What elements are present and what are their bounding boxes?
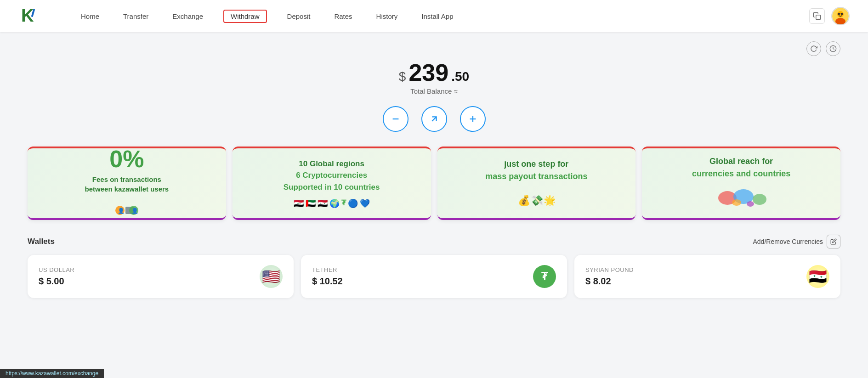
promo-fees-illustration: 👤 👤 [115, 201, 138, 220]
history-button[interactable] [826, 41, 840, 56]
wallet-tether-icon: ₮ [533, 265, 556, 288]
edit-currencies-button[interactable] [827, 235, 840, 248]
wallet-syp-flag: 🇸🇾 [806, 265, 829, 288]
wallet-syp-amount: $ 8.02 [585, 276, 634, 287]
tether-symbol: ₮ [541, 271, 548, 282]
svg-text:👤: 👤 [118, 207, 125, 214]
nav-withdraw[interactable]: Withdraw [223, 10, 267, 23]
svg-point-29 [747, 201, 754, 207]
flag-syria-emoji: 🇸🇾 [809, 268, 827, 285]
promo-card-global: 10 Global regions 6 Cryptocurrencies Sup… [233, 147, 431, 220]
nav-deposit[interactable]: Deposit [284, 11, 314, 22]
wallet-tether-name: TETHER [312, 266, 343, 273]
transfer-circle-btn[interactable] [421, 106, 447, 132]
promo-payout-text: just one step for mass payout transactio… [485, 158, 587, 183]
balance-whole: 239 [408, 61, 448, 85]
promo-fees-content: 0% Fees on transactionsbetween kazawalle… [85, 147, 169, 220]
add-remove-label[interactable]: Add/Remove Currencies [753, 238, 823, 245]
balance-cents: .50 [451, 69, 469, 84]
wallet-tether-amount: $ 10.52 [312, 276, 343, 287]
wallet-tether-info: TETHER $ 10.52 [312, 266, 343, 287]
promo-card-payout: just one step for mass payout transactio… [437, 147, 636, 220]
promo-fees-text: Fees on transactionsbetween kazawallet u… [85, 175, 169, 194]
wallet-usd-flag: 🇺🇸 [260, 265, 283, 288]
flag-us-emoji: 🇺🇸 [262, 268, 280, 285]
status-url: https://www.kazawallet.com/exchange [6, 370, 98, 377]
svg-text:💸: 💸 [531, 194, 544, 207]
deposit-circle-btn[interactable] [460, 106, 486, 132]
svg-point-28 [732, 199, 741, 206]
promo-card-reach: Global reach for currencies and countrie… [642, 147, 840, 220]
nav-install-app[interactable]: Install App [418, 11, 457, 22]
promo-card-fees: 0% Fees on transactionsbetween kazawalle… [28, 147, 226, 220]
currency-sign: $ [399, 69, 406, 84]
balance-section: $ 239 .50 Total Balance ≈ [28, 61, 840, 95]
promo-reach-text: Global reach for currencies and countrie… [692, 155, 790, 180]
promo-payout-illustration: 💰 💸 🌟 [518, 190, 555, 209]
logo[interactable]: K [18, 5, 40, 27]
action-buttons [28, 106, 840, 132]
nav-home[interactable]: Home [77, 11, 103, 22]
add-remove-currencies-group: Add/Remove Currencies [753, 235, 840, 248]
promo-reach-illustration [714, 186, 769, 211]
svg-rect-10 [841, 13, 843, 15]
wallet-card-usd[interactable]: US DOLLAR $ 5.00 🇺🇸 [28, 255, 294, 298]
withdraw-circle-btn[interactable] [383, 106, 408, 132]
balance-label: Total Balance ≈ [28, 87, 840, 95]
wallets-header: Wallets Add/Remove Currencies [28, 235, 840, 248]
nav-transfer[interactable]: Transfer [119, 11, 152, 22]
svg-text:👤: 👤 [131, 207, 138, 214]
balance-amount: $ 239 .50 [28, 61, 840, 85]
navbar: K Home Transfer Exchange Withdraw Deposi… [0, 0, 868, 32]
nav-links: Home Transfer Exchange Withdraw Deposit … [77, 10, 809, 23]
wallet-syp-info: SYRIAN POUND $ 8.02 [585, 266, 634, 287]
svg-text:💰: 💰 [518, 194, 531, 207]
wallet-usd-name: US DOLLAR [39, 266, 74, 273]
nav-history[interactable]: History [373, 11, 402, 22]
wallet-usd-info: US DOLLAR $ 5.00 [39, 266, 74, 287]
svg-point-27 [753, 194, 766, 205]
user-avatar[interactable] [831, 7, 850, 25]
top-actions [28, 41, 840, 56]
promo-reach-content: Global reach for currencies and countrie… [692, 155, 790, 211]
wallet-usd-amount: $ 5.00 [39, 276, 74, 287]
main-content: $ 239 .50 Total Balance ≈ [0, 32, 868, 312]
svg-rect-3 [816, 15, 821, 20]
promo-global-content: 10 Global regions 6 Cryptocurrencies Sup… [284, 158, 380, 209]
nav-right [809, 7, 850, 25]
copy-icon-button[interactable] [809, 8, 825, 24]
svg-text:🌟: 🌟 [544, 194, 555, 207]
nav-exchange[interactable]: Exchange [169, 11, 207, 22]
wallet-cards: US DOLLAR $ 5.00 🇺🇸 TETHER $ 10.52 ₮ SYR… [28, 255, 840, 298]
promo-fees-zero: 0% [109, 147, 144, 171]
promo-payout-content: just one step for mass payout transactio… [485, 158, 587, 209]
wallets-title: Wallets [28, 237, 55, 246]
promo-global-flags: 🇮🇶 🇦🇪 🇸🇾 🌍 ₮ 🔵 💙 [294, 198, 370, 209]
status-bar: https://www.kazawallet.com/exchange [0, 369, 104, 378]
promo-section: 0% Fees on transactionsbetween kazawalle… [28, 147, 840, 220]
wallet-card-syp[interactable]: SYRIAN POUND $ 8.02 🇸🇾 [574, 255, 840, 298]
promo-global-text: 10 Global regions 6 Cryptocurrencies Sup… [284, 158, 380, 193]
wallet-card-tether[interactable]: TETHER $ 10.52 ₮ [301, 255, 567, 298]
nav-rates[interactable]: Rates [330, 11, 356, 22]
svg-rect-9 [838, 13, 840, 15]
refresh-button[interactable] [806, 41, 821, 56]
svg-line-14 [432, 117, 436, 121]
wallet-syp-name: SYRIAN POUND [585, 266, 634, 273]
